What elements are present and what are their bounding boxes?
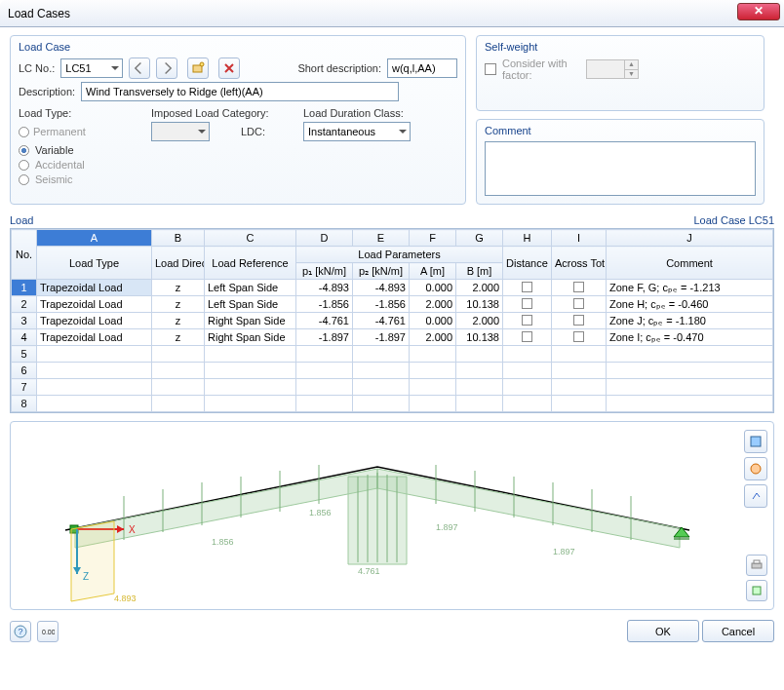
hdr-loaddir: Load Direction (152, 247, 205, 280)
svg-text:4.893: 4.893 (114, 594, 137, 603)
titlebar: Load Cases ✕ (0, 0, 784, 27)
hdr-B: B [m] (456, 263, 503, 280)
seismic-radio (19, 174, 29, 185)
desc-label: Description: (19, 86, 75, 97)
accidental-label: Accidental (35, 159, 85, 171)
preview-panel: 1.856 1.856 4.761 1.897 1.897 X Z 4.893 (10, 421, 774, 610)
hdr-p1: p₁ [kN/m] (296, 263, 353, 280)
col-A[interactable]: A (37, 230, 152, 247)
shortdesc-input[interactable] (387, 58, 457, 78)
svg-text:1.897: 1.897 (553, 547, 575, 556)
svg-text:1.856: 1.856 (309, 508, 332, 518)
permanent-label: Permanent (33, 126, 86, 137)
hdr-A: A [m] (410, 263, 456, 280)
ok-button[interactable]: OK (627, 620, 699, 642)
svg-marker-2 (75, 469, 377, 548)
hdr-p2: p₂ [kN/m] (353, 263, 410, 280)
hdr-across: Across Tot Length (552, 247, 607, 280)
svg-point-1 (200, 62, 204, 66)
load-title: Load (10, 214, 33, 226)
comment-textarea[interactable] (485, 141, 756, 196)
table-row[interactable]: 5 (12, 346, 773, 363)
imposed-label: Imposed Load Category: (151, 107, 297, 119)
ldc-select[interactable]: Instantaneous (303, 122, 411, 141)
col-D[interactable]: D (296, 230, 353, 247)
window-title: Load Cases (8, 7, 70, 20)
ldc-label: Load Duration Class: (303, 107, 404, 119)
preview-canvas: 1.856 1.856 4.761 1.897 1.897 X Z 4.893 (17, 428, 719, 603)
load-case-label: Load Case LC51 (693, 214, 774, 226)
svg-rect-42 (753, 587, 761, 594)
lcno-value: LC51 (65, 62, 91, 74)
help-button[interactable]: ? (10, 621, 31, 642)
svg-text:4.761: 4.761 (358, 566, 380, 576)
delete-lc-button[interactable] (218, 58, 240, 79)
col-G[interactable]: G (456, 230, 503, 247)
svg-rect-38 (751, 437, 761, 446)
col-C[interactable]: C (205, 230, 296, 247)
print-button[interactable] (746, 555, 767, 576)
svg-point-39 (751, 464, 761, 474)
svg-marker-3 (377, 469, 680, 548)
svg-text:1.856: 1.856 (212, 537, 234, 547)
accidental-radio (19, 160, 29, 171)
hdr-loadtype: Load Type (37, 247, 152, 280)
table-row[interactable]: 1 Trapezoidal LoadzLeft Span Side -4.893… (12, 280, 773, 296)
col-H[interactable]: H (503, 230, 552, 247)
svg-text:1.897: 1.897 (436, 522, 458, 532)
table-row[interactable]: 6 (12, 363, 773, 379)
seismic-label: Seismic (35, 173, 73, 185)
col-B[interactable]: B (152, 230, 205, 247)
selfweight-title: Self-weight (485, 41, 756, 53)
col-J[interactable]: J (607, 230, 773, 247)
desc-input[interactable] (81, 82, 399, 101)
tool-3-button[interactable] (744, 484, 767, 508)
table-row[interactable]: 4 Trapezoidal LoadzRight Span Side -1.89… (12, 329, 773, 346)
svg-text:?: ? (19, 627, 23, 636)
hdr-comment: Comment (607, 247, 773, 280)
loadcase-title: Load Case (19, 41, 457, 53)
svg-rect-40 (752, 563, 762, 568)
table-row[interactable]: 3 Trapezoidal LoadzRight Span Side -4.76… (12, 313, 773, 329)
table-row[interactable]: 2 Trapezoidal LoadzLeft Span Side -1.856… (12, 296, 773, 313)
hdr-no: No. (12, 230, 37, 280)
units-button[interactable]: 0.00 (37, 621, 59, 642)
cancel-button[interactable]: Cancel (702, 620, 774, 642)
svg-text:X: X (129, 524, 136, 535)
variable-radio[interactable] (19, 145, 29, 156)
tool-2-button[interactable] (744, 457, 767, 480)
permanent-radio (19, 127, 29, 137)
hdr-dist: Distance in % (503, 247, 552, 280)
hdr-loadref: Load Reference (205, 247, 296, 280)
selfweight-group: Self-weight Consider with factor: ▲▼ (476, 35, 764, 111)
ldc-value: Instantaneous (308, 126, 375, 137)
svg-rect-41 (754, 560, 760, 563)
next-lc-button[interactable] (156, 58, 177, 79)
loadcase-group: Load Case LC No.: LC51 Short description… (10, 35, 466, 205)
prev-lc-button[interactable] (129, 58, 150, 79)
consider-label: Consider with factor: (502, 58, 580, 81)
load-grid[interactable]: No. A B C D E F G H I J Load Type Load D… (10, 228, 774, 413)
table-row[interactable]: 7 (12, 379, 773, 396)
comment-title: Comment (485, 125, 756, 136)
col-E[interactable]: E (353, 230, 410, 247)
tool-1-button[interactable] (744, 430, 767, 453)
table-row[interactable]: 8 (12, 396, 773, 412)
lcno-select[interactable]: LC51 (60, 58, 123, 78)
close-button[interactable]: ✕ (737, 3, 780, 20)
svg-marker-36 (71, 521, 114, 601)
new-lc-button[interactable] (187, 58, 209, 79)
hdr-loadparams: Load Parameters (296, 247, 503, 263)
factor-spinner: ▲▼ (586, 59, 639, 79)
ldc-short: LDC: (241, 126, 297, 137)
loadtype-label: Load Type: (19, 107, 145, 119)
shortdesc-label: Short description: (297, 62, 381, 74)
lcno-label: LC No.: (19, 62, 55, 74)
variable-label: Variable (35, 144, 74, 156)
imposed-select (151, 122, 210, 141)
col-F[interactable]: F (410, 230, 456, 247)
consider-checkbox[interactable] (485, 63, 496, 75)
export-button[interactable] (746, 580, 767, 601)
svg-text:0.00: 0.00 (42, 629, 55, 635)
col-I[interactable]: I (552, 230, 607, 247)
